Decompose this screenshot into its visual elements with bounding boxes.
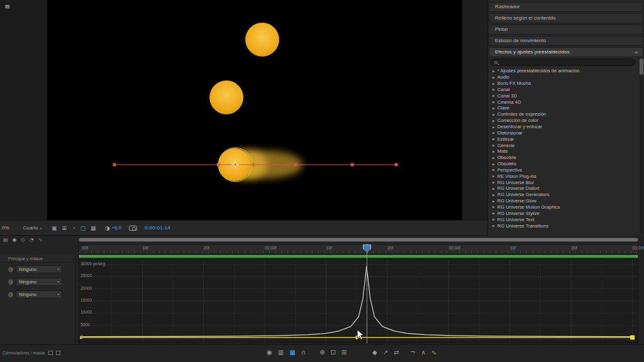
expand-arrow-icon[interactable]: ▶ [492,143,495,147]
region-of-interest-icon[interactable]: ▢ [80,225,86,231]
expand-arrow-icon[interactable]: ▶ [492,100,495,104]
effects-scrollbar[interactable] [640,57,643,234]
brainstorm-icon[interactable]: ◇ [21,237,25,243]
expand-arrow-icon[interactable]: ▶ [492,87,495,91]
show-transform-box-icon[interactable]: ▦ [289,349,295,356]
menu-icon[interactable]: ≡ [4,3,10,11]
show-properties-icon[interactable]: ▥ [278,349,284,356]
effects-category-rg-universe-transitions[interactable]: ▶RG Universe Transitions [488,222,639,229]
expand-arrow-icon[interactable]: ▶ [492,82,495,85]
switches-icon[interactable] [48,351,53,355]
easy-ease-icon[interactable]: ∿ [431,349,436,356]
pickwhip-icon[interactable]: @ [8,279,13,285]
exposure-value[interactable]: +6.0 [111,225,121,231]
ease-hold-icon[interactable]: ¬ [410,349,415,356]
edit-selected-keyframes-icon[interactable]: ◆ [372,349,377,356]
effects-category-clave[interactable]: ▶Clave [488,105,639,111]
pickwhip-icon[interactable]: @ [8,266,13,272]
effects-category-cinema-4d[interactable]: ▶Cinema 4D [488,99,639,105]
snap-icon[interactable]: ∩ [301,349,306,356]
effects-category-controles-de-expresi-n[interactable]: ▶Controles de expresión [488,111,639,118]
fit-selection-icon[interactable]: ⊡ [330,349,335,356]
auto-zoom-icon[interactable]: ⊕ [319,349,325,356]
expand-arrow-icon[interactable]: ▶ [492,205,495,209]
effects-category-mate[interactable]: ▶Mate [488,148,639,155]
expand-arrow-icon[interactable]: ▶ [492,75,495,79]
graph-editor[interactable] [79,259,638,343]
expand-arrow-icon[interactable]: ▶ [492,217,495,221]
scrollbar-thumb[interactable] [640,58,643,75]
effects-category-distorsionar[interactable]: ▶Distorsionar [488,129,639,136]
fit-all-icon[interactable]: ⊞ [341,349,347,356]
effects-panel-header[interactable]: Efectos y ajustes preestablecidos ≡ [489,47,643,57]
expand-arrow-icon[interactable]: ▶ [492,112,495,116]
effects-category-perspectiva[interactable]: ▶Perspectiva [488,167,639,173]
effects-category-rg-universe-motion-graphics[interactable]: ▶RG Universe Motion Graphics [488,204,639,211]
composition-viewer[interactable] [47,0,462,220]
parent-select[interactable]: Ninguno▾ [16,290,62,299]
expand-arrow-icon[interactable]: ▶ [492,211,495,215]
expand-arrow-icon[interactable]: ▶ [492,137,495,141]
panel-header-rastreador[interactable]: Rastreador [489,2,643,12]
parent-select[interactable]: Ninguno▾ [16,278,62,286]
expand-arrow-icon[interactable]: ▶ [492,187,495,190]
effects-category-rg-universe-generators[interactable]: ▶RG Universe Generators [488,192,639,198]
effects-category-correcci-n-de-color[interactable]: ▶Corrección de color [488,118,639,124]
time-ruler[interactable]: :00f10f20f01:00f10f20f02:00f10f20f03:00f [79,244,638,254]
time-navigator-bar[interactable] [79,238,638,242]
expand-arrow-icon[interactable]: ▶ [492,150,495,153]
panel-header-pintar[interactable]: Pintar [489,25,643,35]
pickwhip-icon[interactable]: @ [8,292,13,297]
magnification-select[interactable]: 0% [2,225,9,231]
expand-arrow-icon[interactable]: ▶ [492,168,495,172]
transparency-grid-icon[interactable]: ▦ [91,225,96,231]
effects-category-boris-fx-mocha[interactable]: ▶Boris FX Mocha [488,80,639,87]
keyframe-interpolation-icon[interactable]: ⇄ [394,349,399,356]
exposure-control[interactable]: ◑ +6.0 [105,225,122,231]
mask-visibility-icon[interactable]: ◔ [72,225,75,231]
panel-header-relleno-seg-n-el-contenido[interactable]: Relleno según el contenido [489,13,643,23]
expand-arrow-icon[interactable]: ▶ [492,131,495,134]
panel-menu-icon[interactable]: ≡ [634,48,638,57]
grid-and-guides-icon[interactable]: ⊞ [62,225,67,231]
expand-arrow-icon[interactable]: ▶ [492,69,495,73]
effects-category-ajustes-preestablecidos-de-animaci-n[interactable]: ▶* Ajustes preestablecidos de animación [488,68,639,74]
expand-arrow-icon[interactable]: ▶ [492,180,495,184]
composition-canvas[interactable] [47,0,462,220]
resolution-select[interactable]: Cuarto ▾ [23,225,42,231]
expand-arrow-icon[interactable]: ▶ [492,106,495,110]
expand-arrow-icon[interactable]: ▶ [492,224,495,228]
toggle-switches-label[interactable]: Conmutadores / modos [3,351,45,355]
work-area-bar[interactable] [79,255,638,258]
speed-graph-canvas[interactable] [79,260,638,343]
keyframe-velocity-icon[interactable]: ↗ [383,349,388,356]
panel-header-esbozo-de-movimiento[interactable]: Esbozo de movimiento [489,36,643,46]
effects-category-estilizar[interactable]: ▶Estilizar [488,136,639,142]
effects-search-input[interactable] [491,58,635,66]
auto-keyframe-icon[interactable]: ◔ [30,237,34,243]
effects-category-generar[interactable]: ▶Generar [488,142,639,148]
expand-arrow-icon[interactable]: ▶ [492,174,495,178]
effects-category-obsolete[interactable]: ▶Obsolete [488,155,639,161]
effects-category-rg-universe-glow[interactable]: ▶RG Universe Glow [488,198,639,204]
effects-category-rg-universe-blur[interactable]: ▶RG Universe Blur [488,179,639,185]
choose-graph-type-icon[interactable]: ◉ [267,349,272,356]
snapshot-camera-icon[interactable] [129,226,137,231]
frame-blending-icon[interactable]: ▤ [3,237,8,243]
effects-category-re-vision-plug-ins[interactable]: ▶RE Vision Plug-ins [488,173,639,179]
parent-select[interactable]: Ninguno▾ [16,265,62,273]
expand-arrow-icon[interactable]: ▶ [492,125,495,129]
modes-icon[interactable] [56,351,60,355]
effects-category-desenfocar-y-enfocar[interactable]: ▶Desenfocar y enfocar [488,124,639,130]
ease-linear-icon[interactable]: ∧ [421,349,425,356]
effects-category-canal[interactable]: ▶Canal [488,87,639,93]
expand-arrow-icon[interactable]: ▶ [492,156,495,160]
graph-editor-icon[interactable]: ∿ [38,237,43,243]
expand-arrow-icon[interactable]: ▶ [492,119,495,123]
effects-category-canal-3d[interactable]: ▶Canal 3D [488,92,639,99]
effects-category-rg-universe-distort[interactable]: ▶RG Universe Distort [488,185,639,192]
expand-arrow-icon[interactable]: ▶ [492,94,495,97]
motion-blur-icon[interactable]: ◉ [13,237,17,243]
effects-category-audio[interactable]: ▶Audio [488,74,639,80]
current-timecode[interactable]: 0:00:01:14 [145,225,170,231]
